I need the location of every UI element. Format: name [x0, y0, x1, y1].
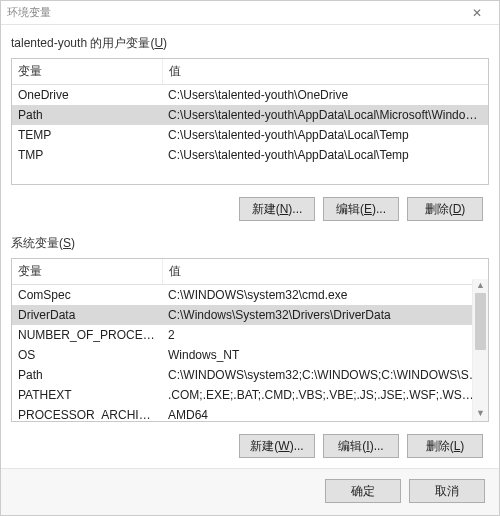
var-value-cell: C:\Users\talented-youth\OneDrive	[162, 85, 488, 106]
var-value-cell: C:\WINDOWS\system32;C:\WINDOWS;C:\WINDOW…	[162, 365, 488, 385]
close-icon[interactable]: ✕	[461, 6, 493, 20]
var-name-cell: TMP	[12, 145, 162, 165]
var-value-cell: Windows_NT	[162, 345, 488, 365]
var-name-cell: Path	[12, 105, 162, 125]
user-vars-buttons: 新建(N)... 编辑(E)... 删除(D)	[11, 189, 489, 227]
var-value-cell: C:\Windows\System32\Drivers\DriverData	[162, 305, 488, 325]
user-vars-table-wrap[interactable]: 变量 值 OneDriveC:\Users\talented-youth\One…	[12, 59, 488, 184]
scroll-thumb[interactable]	[475, 293, 486, 350]
ok-button[interactable]: 确定	[325, 479, 401, 503]
table-row[interactable]: PROCESSOR_ARCHITECTAMD64	[12, 405, 488, 421]
user-new-button[interactable]: 新建(N)...	[239, 197, 315, 221]
user-edit-button[interactable]: 编辑(E)...	[323, 197, 399, 221]
user-vars-panel: 变量 值 OneDriveC:\Users\talented-youth\One…	[11, 58, 489, 185]
var-value-cell: C:\Users\talented-youth\AppData\Local\Mi…	[162, 105, 488, 125]
col-name[interactable]: 变量	[12, 59, 162, 85]
var-name-cell: TEMP	[12, 125, 162, 145]
titlebar: 环境变量 ✕	[1, 1, 499, 25]
var-name-cell: ComSpec	[12, 285, 162, 306]
var-name-cell: PATHEXT	[12, 385, 162, 405]
dialog-footer: 确定 取消	[1, 468, 499, 515]
window-title: 环境变量	[7, 5, 461, 20]
user-delete-button[interactable]: 删除(D)	[407, 197, 483, 221]
table-row[interactable]: TMPC:\Users\talented-youth\AppData\Local…	[12, 145, 488, 165]
content-area: talented-youth 的用户变量(U) 变量 值 OneDriveC:\…	[1, 25, 499, 468]
table-row[interactable]: NUMBER_OF_PROCESSORS2	[12, 325, 488, 345]
system-new-button[interactable]: 新建(W)...	[239, 434, 315, 458]
system-scrollbar[interactable]: ▲ ▼	[472, 279, 488, 421]
col-name[interactable]: 变量	[12, 259, 162, 285]
user-vars-table: 变量 值 OneDriveC:\Users\talented-youth\One…	[12, 59, 488, 165]
var-value-cell: .COM;.EXE;.BAT;.CMD;.VBS;.VBE;.JS;.JSE;.…	[162, 385, 488, 405]
scroll-down-icon[interactable]: ▼	[473, 407, 488, 421]
var-name-cell: OneDrive	[12, 85, 162, 106]
table-row[interactable]: OneDriveC:\Users\talented-youth\OneDrive	[12, 85, 488, 106]
col-value[interactable]: 值	[162, 59, 488, 85]
var-name-cell: NUMBER_OF_PROCESSORS	[12, 325, 162, 345]
col-value[interactable]: 值	[162, 259, 488, 285]
scroll-up-icon[interactable]: ▲	[473, 279, 488, 293]
var-name-cell: OS	[12, 345, 162, 365]
var-value-cell: C:\WINDOWS\system32\cmd.exe	[162, 285, 488, 306]
system-delete-button[interactable]: 删除(L)	[407, 434, 483, 458]
var-name-cell: DriverData	[12, 305, 162, 325]
var-value-cell: C:\Users\talented-youth\AppData\Local\Te…	[162, 145, 488, 165]
cancel-button[interactable]: 取消	[409, 479, 485, 503]
var-value-cell: C:\Users\talented-youth\AppData\Local\Te…	[162, 125, 488, 145]
var-value-cell: AMD64	[162, 405, 488, 421]
system-vars-label: 系统变量(S)	[11, 235, 489, 252]
table-row[interactable]: DriverDataC:\Windows\System32\Drivers\Dr…	[12, 305, 488, 325]
scroll-track[interactable]	[473, 293, 488, 407]
system-vars-panel: 变量 值 ComSpecC:\WINDOWS\system32\cmd.exeD…	[11, 258, 489, 422]
system-vars-table: 变量 值 ComSpecC:\WINDOWS\system32\cmd.exeD…	[12, 259, 488, 421]
var-name-cell: Path	[12, 365, 162, 385]
table-row[interactable]: ComSpecC:\WINDOWS\system32\cmd.exe	[12, 285, 488, 306]
var-name-cell: PROCESSOR_ARCHITECT	[12, 405, 162, 421]
table-row[interactable]: PathC:\Users\talented-youth\AppData\Loca…	[12, 105, 488, 125]
system-vars-table-wrap[interactable]: 变量 值 ComSpecC:\WINDOWS\system32\cmd.exeD…	[12, 259, 488, 421]
table-row[interactable]: PathC:\WINDOWS\system32;C:\WINDOWS;C:\WI…	[12, 365, 488, 385]
user-vars-label: talented-youth 的用户变量(U)	[11, 35, 489, 52]
env-variables-dialog: 环境变量 ✕ talented-youth 的用户变量(U) 变量 值 OneD…	[0, 0, 500, 516]
table-row[interactable]: PATHEXT.COM;.EXE;.BAT;.CMD;.VBS;.VBE;.JS…	[12, 385, 488, 405]
table-row[interactable]: OSWindows_NT	[12, 345, 488, 365]
system-vars-buttons: 新建(W)... 编辑(I)... 删除(L)	[11, 426, 489, 464]
var-value-cell: 2	[162, 325, 488, 345]
system-edit-button[interactable]: 编辑(I)...	[323, 434, 399, 458]
table-row[interactable]: TEMPC:\Users\talented-youth\AppData\Loca…	[12, 125, 488, 145]
